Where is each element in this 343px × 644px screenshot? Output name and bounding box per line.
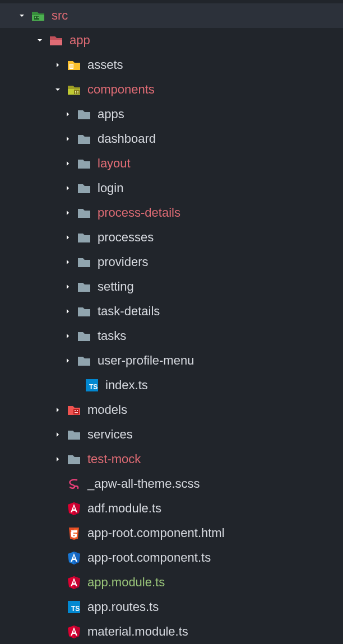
tree-folder-processes[interactable]: processes <box>0 225 343 250</box>
folder-icon <box>76 304 92 319</box>
tree-folder-tasks[interactable]: tasks <box>0 324 343 348</box>
tree-file-adf-module[interactable]: adf.module.ts <box>0 496 343 521</box>
folder-icon <box>76 328 92 344</box>
tree-label: task-details <box>98 304 160 319</box>
chevron-down-icon <box>54 86 62 94</box>
folder-icon <box>76 353 92 368</box>
tree-label: _apw-all-theme.scss <box>87 477 200 491</box>
tree-folder-layout[interactable]: layout <box>0 151 343 176</box>
tree-file-apw-all-theme[interactable]: _apw-all-theme.scss <box>0 472 343 496</box>
tree-label: assets <box>87 58 123 72</box>
folder-icon <box>76 106 92 122</box>
tree-file-material-module[interactable]: material.module.ts <box>0 619 343 644</box>
chevron-right-icon <box>64 135 72 143</box>
tree-file-app-module[interactable]: app.module.ts <box>0 570 343 595</box>
tree-file-index-ts[interactable]: index.ts <box>0 373 343 398</box>
angular-icon <box>66 575 82 590</box>
folder-icon <box>76 156 92 171</box>
folder-icon <box>66 451 82 467</box>
tree-label: processes <box>98 230 154 245</box>
chevron-right-icon <box>54 455 62 463</box>
tree-label: components <box>87 82 155 97</box>
chevron-right-icon <box>64 283 72 291</box>
chevron-right-icon <box>64 258 72 266</box>
typescript-icon <box>84 377 100 393</box>
tree-label: tasks <box>98 329 126 343</box>
folder-icon <box>76 254 92 270</box>
folder-icon <box>76 279 92 295</box>
chevron-right-icon <box>64 160 72 167</box>
folder-icon <box>76 230 92 245</box>
angular-icon <box>66 550 82 566</box>
folder-icon <box>66 57 82 73</box>
angular-icon <box>66 501 82 516</box>
tree-folder-providers[interactable]: providers <box>0 250 343 274</box>
tree-folder-process-details[interactable]: process-details <box>0 200 343 225</box>
chevron-right-icon <box>64 332 72 340</box>
chevron-right-icon <box>54 406 62 414</box>
sass-icon <box>66 476 82 492</box>
html-icon <box>66 525 82 541</box>
tree-folder-services[interactable]: services <box>0 422 343 447</box>
tree-label: src <box>52 8 68 23</box>
tree-folder-models[interactable]: models <box>0 398 343 422</box>
tree-label: process-details <box>98 206 180 220</box>
tree-label: app-root.component.ts <box>87 550 211 565</box>
folder-open-icon <box>30 8 46 24</box>
tree-label: dashboard <box>98 132 156 146</box>
tree-label: login <box>98 181 123 195</box>
chevron-right-icon <box>64 209 72 217</box>
tree-label: test-mock <box>87 452 141 466</box>
tree-folder-app[interactable]: app <box>0 28 343 53</box>
chevron-down-icon <box>36 36 44 44</box>
chevron-right-icon <box>54 431 62 438</box>
tree-label: material.module.ts <box>87 624 188 639</box>
folder-icon <box>66 402 82 418</box>
tree-label: user-profile-menu <box>98 353 194 368</box>
folder-icon <box>76 131 92 147</box>
tree-label: apps <box>98 107 124 122</box>
tree-label: app-root.component.html <box>87 526 225 540</box>
tree-folder-assets[interactable]: assets <box>0 53 343 77</box>
chevron-down-icon <box>18 12 26 20</box>
tree-folder-task-details[interactable]: task-details <box>0 299 343 324</box>
tree-folder-user-profile-menu[interactable]: user-profile-menu <box>0 348 343 373</box>
tree-file-app-root-html[interactable]: app-root.component.html <box>0 521 343 545</box>
chevron-right-icon <box>64 357 72 365</box>
tree-label: app.module.ts <box>87 575 165 590</box>
folder-icon <box>76 180 92 196</box>
chevron-right-icon <box>64 110 72 118</box>
folder-open-icon <box>66 82 82 97</box>
tree-file-app-root-ts[interactable]: app-root.component.ts <box>0 545 343 570</box>
tree-folder-test-mock[interactable]: test-mock <box>0 447 343 472</box>
tree-folder-components[interactable]: components <box>0 77 343 102</box>
tree-folder-setting[interactable]: setting <box>0 274 343 299</box>
tree-folder-apps[interactable]: apps <box>0 102 343 127</box>
tree-folder-src[interactable]: src <box>0 3 343 28</box>
tree-label: services <box>87 427 133 442</box>
tree-label: setting <box>98 279 134 294</box>
typescript-icon <box>66 599 82 615</box>
tree-folder-login[interactable]: login <box>0 176 343 200</box>
folder-icon <box>76 205 92 221</box>
tree-label: adf.module.ts <box>87 501 161 516</box>
angular-icon <box>66 624 82 640</box>
chevron-right-icon <box>64 184 72 192</box>
chevron-right-icon <box>64 307 72 315</box>
file-tree: src app assets components apps dashboard… <box>0 0 343 644</box>
tree-label: app <box>69 33 90 48</box>
tree-label: providers <box>98 255 148 269</box>
folder-open-icon <box>48 32 64 48</box>
tree-label: app.routes.ts <box>87 600 159 614</box>
chevron-right-icon <box>54 61 62 69</box>
tree-file-app-routes[interactable]: app.routes.ts <box>0 595 343 619</box>
folder-icon <box>66 427 82 442</box>
tree-folder-dashboard[interactable]: dashboard <box>0 127 343 151</box>
chevron-right-icon <box>64 234 72 241</box>
tree-label: models <box>87 403 127 417</box>
tree-label: layout <box>98 156 131 171</box>
tree-label: index.ts <box>105 378 148 393</box>
